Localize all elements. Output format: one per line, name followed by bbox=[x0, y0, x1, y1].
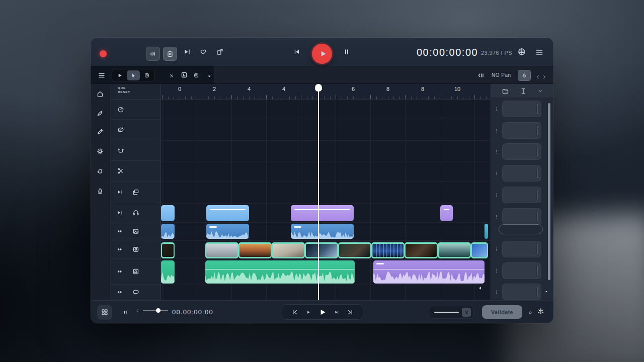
language-button[interactable] bbox=[517, 47, 526, 58]
sidebar-lamp-button[interactable] bbox=[96, 187, 104, 197]
folder-icon[interactable] bbox=[501, 87, 509, 95]
video-thumbnail[interactable] bbox=[238, 242, 272, 258]
collection-icon[interactable] bbox=[132, 188, 140, 196]
zoom-mini-slider[interactable] bbox=[135, 308, 168, 313]
bubble-icon[interactable] bbox=[132, 288, 140, 296]
speaker-icon[interactable] bbox=[132, 267, 140, 276]
collapse-panel-button[interactable] bbox=[477, 71, 485, 81]
eye-off-icon[interactable] bbox=[117, 126, 125, 134]
video-thumbnail[interactable] bbox=[272, 242, 305, 258]
tool-grid[interactable] bbox=[140, 70, 153, 80]
track-header-row[interactable] bbox=[111, 240, 160, 258]
fast-forward-icon[interactable] bbox=[117, 289, 123, 295]
keyframe-card[interactable] bbox=[502, 208, 541, 225]
record-indicator[interactable] bbox=[100, 50, 107, 57]
tag-button[interactable] bbox=[199, 48, 207, 58]
clip-audio-track-music[interactable] bbox=[161, 260, 175, 284]
clip-audio-track-blue[interactable] bbox=[485, 224, 488, 239]
keyframe-card[interactable] bbox=[502, 165, 541, 182]
video-thumbnail[interactable] bbox=[438, 242, 471, 258]
label-tool-button[interactable] bbox=[180, 71, 188, 81]
video-thumbnail[interactable] bbox=[205, 242, 238, 258]
drag-handle-icon[interactable] bbox=[491, 127, 502, 134]
keyframe-card[interactable] bbox=[502, 101, 541, 117]
headset-icon[interactable] bbox=[132, 209, 140, 217]
play-to-next-button[interactable] bbox=[183, 48, 191, 58]
video-thumbnail[interactable] bbox=[305, 242, 338, 258]
clip-overlay-track[interactable] bbox=[440, 205, 453, 221]
play-main-button[interactable] bbox=[318, 308, 327, 317]
value-slider-box[interactable] bbox=[429, 306, 474, 319]
tool-play[interactable] bbox=[113, 70, 126, 80]
drag-handle-icon[interactable] bbox=[491, 192, 502, 199]
clip-audio-track-blue[interactable] bbox=[161, 224, 175, 239]
chevron-down-icon[interactable] bbox=[537, 88, 543, 94]
prev-arrow-button[interactable] bbox=[535, 72, 540, 81]
power-icon[interactable] bbox=[117, 106, 125, 114]
lock-button[interactable] bbox=[518, 70, 531, 81]
image-icon[interactable] bbox=[132, 227, 140, 235]
go-to-start-button[interactable] bbox=[291, 308, 299, 316]
clip-overlay-track[interactable] bbox=[206, 205, 249, 221]
keyframe-card[interactable] bbox=[502, 262, 541, 279]
go-to-end-button[interactable] bbox=[346, 308, 354, 316]
sidebar-home-button[interactable] bbox=[96, 90, 104, 100]
skip-back-button[interactable] bbox=[293, 48, 301, 58]
clip-overlay-track[interactable] bbox=[161, 205, 175, 221]
panel-scrollbar[interactable] bbox=[548, 103, 550, 280]
track-header-row[interactable] bbox=[111, 120, 160, 140]
drag-handle-icon[interactable] bbox=[491, 170, 502, 177]
video-thumbnail[interactable] bbox=[161, 242, 175, 258]
clear-value-button[interactable] bbox=[462, 308, 471, 317]
drag-handle-icon[interactable] bbox=[491, 289, 502, 296]
step-forward-button[interactable] bbox=[334, 309, 340, 315]
clip-audio-track-music[interactable] bbox=[373, 260, 485, 284]
video-thumbnail[interactable] bbox=[371, 242, 405, 258]
slider-handle[interactable] bbox=[156, 308, 160, 313]
timeline-area[interactable]: 024468810 bbox=[161, 84, 491, 300]
video-thumbnail[interactable] bbox=[405, 242, 438, 258]
fast-forward-icon[interactable] bbox=[117, 228, 123, 234]
track-header-row[interactable] bbox=[111, 161, 160, 182]
timeline-ruler[interactable]: 024468810 bbox=[161, 84, 491, 100]
track-header-row[interactable] bbox=[111, 182, 160, 203]
keyframe-card[interactable] bbox=[502, 241, 541, 257]
track-header-row[interactable] bbox=[111, 203, 160, 222]
track-header-row[interactable] bbox=[111, 100, 160, 120]
next-arrow-button[interactable] bbox=[542, 72, 547, 81]
scissors-icon[interactable] bbox=[117, 167, 125, 175]
fast-forward-icon[interactable] bbox=[117, 268, 123, 275]
sidebar-bird-button[interactable] bbox=[96, 167, 104, 177]
track-header-row[interactable] bbox=[111, 222, 160, 240]
clip-audio-track-blue[interactable] bbox=[291, 224, 354, 239]
keyframe-card[interactable] bbox=[502, 143, 541, 160]
keyframe-pill[interactable] bbox=[499, 224, 543, 234]
sidebar-settings-button[interactable] bbox=[96, 147, 104, 157]
export-button[interactable] bbox=[216, 48, 224, 58]
clipboard-button[interactable] bbox=[163, 47, 177, 61]
skip-next-icon[interactable] bbox=[117, 189, 123, 195]
track-header-row[interactable] bbox=[111, 258, 160, 285]
timeline-menu-button[interactable] bbox=[98, 71, 106, 81]
drag-handle-icon[interactable] bbox=[491, 106, 502, 113]
pause-button[interactable] bbox=[343, 48, 351, 58]
track-header-row[interactable] bbox=[111, 140, 160, 161]
play-button[interactable] bbox=[312, 44, 332, 64]
tool-select[interactable] bbox=[127, 70, 140, 80]
text-tool-icon[interactable] bbox=[519, 87, 527, 95]
track-header-row[interactable] bbox=[111, 285, 160, 300]
menu-button[interactable] bbox=[535, 48, 544, 59]
drag-handle-icon[interactable] bbox=[491, 267, 502, 275]
validate-button[interactable]: Validate bbox=[482, 305, 522, 319]
keyframe-card[interactable] bbox=[502, 284, 541, 300]
fast-forward-icon[interactable] bbox=[117, 246, 123, 252]
drag-handle-icon[interactable] bbox=[491, 213, 502, 220]
effects-button[interactable] bbox=[537, 307, 545, 317]
sidebar-eyedropper-button[interactable] bbox=[96, 109, 104, 119]
video-thumbnail[interactable] bbox=[338, 242, 371, 258]
clip-overlay-track[interactable] bbox=[291, 205, 354, 221]
slider-track[interactable] bbox=[143, 310, 168, 311]
keyframe-card[interactable] bbox=[502, 122, 541, 139]
scroll-down-indicator[interactable] bbox=[544, 287, 549, 296]
keyframe-card[interactable] bbox=[502, 187, 541, 203]
